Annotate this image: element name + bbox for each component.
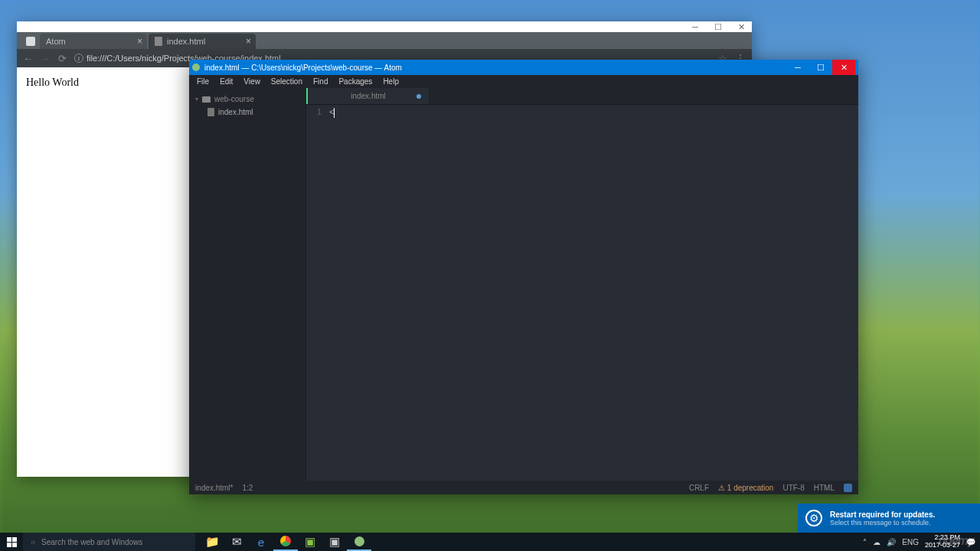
maximize-button[interactable]: ☐ xyxy=(809,60,832,75)
app-icon[interactable]: ▣ xyxy=(322,533,347,551)
code-line: < xyxy=(329,107,335,481)
close-button[interactable]: ✕ xyxy=(737,22,746,31)
menu-file[interactable]: File xyxy=(192,76,214,87)
git-icon[interactable] xyxy=(844,484,852,492)
chrome-tab-atom[interactable]: Atom × xyxy=(40,34,147,49)
menu-packages[interactable]: Packages xyxy=(334,76,377,87)
onedrive-icon[interactable]: ☁ xyxy=(873,538,880,546)
forward-icon[interactable]: → xyxy=(41,53,51,64)
notification-subtitle: Select this message to schedule. xyxy=(830,519,935,527)
edge-icon[interactable]: e xyxy=(249,533,273,551)
menu-bar: File Edit View Selection Find Packages H… xyxy=(189,75,858,88)
tab-title: index.html xyxy=(167,37,205,46)
status-file[interactable]: index.html* xyxy=(195,484,233,492)
status-bar: index.html* 1:2 CRLF ⚠ 1 deprecation UTF… xyxy=(189,481,858,494)
minimize-button[interactable]: ─ xyxy=(691,22,700,31)
taskbar: ○ Search the web and Windows 📁 ✉ e ▣ ▣ ˄… xyxy=(0,533,980,551)
language-indicator[interactable]: ENG xyxy=(902,538,919,546)
atom-window: index.html — C:\Users\nickg\Projects\web… xyxy=(189,60,858,494)
folder-icon xyxy=(202,96,211,103)
watermark: udemy xyxy=(938,534,974,548)
update-notification[interactable]: ⚙ Restart required for updates. Select t… xyxy=(798,504,980,533)
menu-find[interactable]: Find xyxy=(309,76,332,87)
close-icon[interactable]: × xyxy=(137,36,142,47)
app-icon[interactable]: ▣ xyxy=(298,533,322,551)
tab-label: index.html xyxy=(351,92,386,100)
status-line-ending[interactable]: CRLF xyxy=(689,484,709,492)
status-position[interactable]: 1:2 xyxy=(242,484,253,492)
start-button[interactable] xyxy=(0,533,23,551)
tab-title: Atom xyxy=(46,37,66,46)
info-icon[interactable]: i xyxy=(74,54,83,63)
line-gutter: 1 xyxy=(306,107,329,481)
chrome-icon[interactable] xyxy=(273,533,298,551)
back-icon[interactable]: ← xyxy=(23,53,33,64)
file-explorer-icon[interactable]: 📁 xyxy=(200,533,224,551)
atom-taskbar-icon[interactable] xyxy=(347,533,371,551)
chevron-up-icon[interactable]: ˄ xyxy=(863,538,867,546)
line-number: 1 xyxy=(306,107,322,116)
search-placeholder: Search the web and Windows xyxy=(41,538,142,546)
status-grammar[interactable]: HTML xyxy=(814,484,835,492)
tree-folder[interactable]: web-course xyxy=(189,93,305,106)
status-encoding[interactable]: UTF-8 xyxy=(782,484,804,492)
maximize-button[interactable]: ☐ xyxy=(714,22,723,31)
profile-icon[interactable] xyxy=(26,37,35,46)
windows-logo-icon xyxy=(7,537,17,547)
file-icon xyxy=(155,37,162,46)
window-title: index.html — C:\Users\nickg\Projects\web… xyxy=(204,64,786,72)
search-icon: ○ xyxy=(31,538,35,546)
taskbar-apps: 📁 ✉ e ▣ ▣ xyxy=(200,533,371,551)
minimize-button[interactable]: ─ xyxy=(786,60,809,75)
notification-title: Restart required for updates. xyxy=(830,510,935,519)
close-icon[interactable]: × xyxy=(246,36,251,47)
atom-logo-icon xyxy=(192,64,200,71)
volume-icon[interactable]: 🔊 xyxy=(887,538,896,546)
editor-pane: index.html 1 < xyxy=(306,88,858,481)
chrome-titlebar: ─ ☐ ✕ xyxy=(17,21,752,32)
reload-icon[interactable]: ⟳ xyxy=(58,53,67,64)
modified-indicator-icon xyxy=(416,94,421,99)
atom-titlebar[interactable]: index.html — C:\Users\nickg\Projects\web… xyxy=(189,60,858,75)
cursor xyxy=(334,108,335,118)
search-input[interactable]: ○ Search the web and Windows xyxy=(23,533,195,551)
editor-tab[interactable]: index.html xyxy=(306,88,429,104)
editor-tabs: index.html xyxy=(306,88,858,105)
notification-text: Restart required for updates. Select thi… xyxy=(830,510,935,527)
mail-icon[interactable]: ✉ xyxy=(224,533,249,551)
tree-file[interactable]: index.html xyxy=(189,106,305,119)
menu-view[interactable]: View xyxy=(239,76,265,87)
file-icon xyxy=(207,108,214,116)
menu-edit[interactable]: Edit xyxy=(215,76,237,87)
file-tree: web-course index.html xyxy=(189,88,306,481)
status-warning[interactable]: ⚠ 1 deprecation xyxy=(718,484,773,492)
folder-name: web-course xyxy=(214,95,254,103)
file-name: index.html xyxy=(218,108,253,116)
close-button[interactable]: ✕ xyxy=(832,60,855,75)
gear-icon: ⚙ xyxy=(805,510,822,527)
menu-help[interactable]: Help xyxy=(378,76,403,87)
code-area[interactable]: 1 < xyxy=(306,105,858,481)
chrome-tabstrip: Atom × index.html × xyxy=(17,32,752,49)
menu-selection[interactable]: Selection xyxy=(266,76,307,87)
chrome-tab-index[interactable]: index.html × xyxy=(149,34,256,49)
